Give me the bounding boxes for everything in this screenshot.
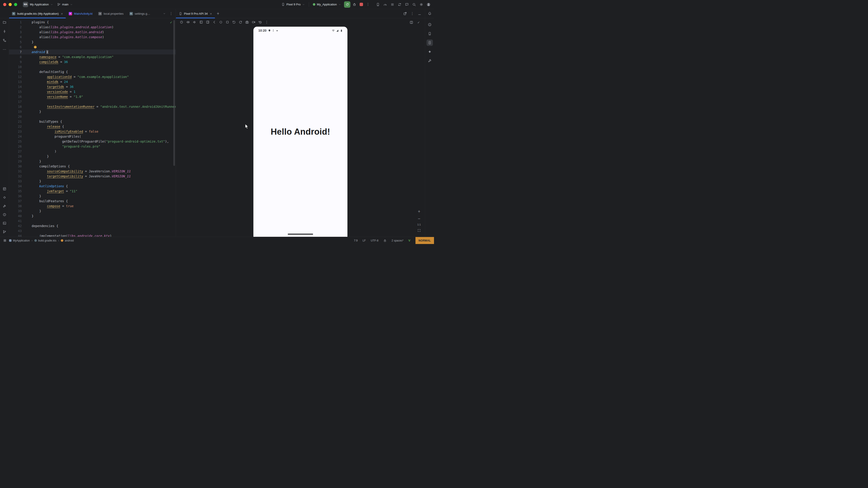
running-device-tab[interactable]: Pixel 9 Pro API 34 × xyxy=(176,9,215,18)
line-number[interactable]: 11 xyxy=(9,69,22,74)
lock-icon[interactable] xyxy=(383,239,386,242)
branch-widget[interactable]: main xyxy=(55,1,75,8)
back-button[interactable] xyxy=(211,19,217,25)
line-number[interactable]: 13 xyxy=(9,79,22,84)
line-number[interactable]: 22 xyxy=(9,124,22,129)
power-button[interactable] xyxy=(179,19,184,25)
line-number[interactable]: 34 xyxy=(9,184,22,189)
zoom-out-button[interactable]: − xyxy=(416,216,422,221)
fullscreen-window-button[interactable] xyxy=(14,3,17,6)
ideavim-icon[interactable]: V xyxy=(408,239,410,242)
line-number[interactable]: 7 xyxy=(9,50,22,55)
resource-manager-button[interactable] xyxy=(1,186,8,192)
editor-tab-mainactivity-kt[interactable]: KMainActivity.kt xyxy=(66,9,95,18)
build-button[interactable] xyxy=(1,203,8,209)
more-vertical-button[interactable]: ⋮ xyxy=(409,10,415,17)
breadcrumb-item-build-gradle-kts[interactable]: build.gradle.kts xyxy=(34,239,57,242)
line-number[interactable]: 1 xyxy=(9,20,22,25)
editor-options-button[interactable]: ⋮ xyxy=(168,10,174,17)
line-number[interactable]: 42 xyxy=(9,223,22,228)
line-number[interactable]: 6 xyxy=(9,44,22,50)
line-number[interactable]: 36 xyxy=(9,194,22,199)
line-number[interactable]: 35 xyxy=(9,189,22,194)
line-ending-indicator[interactable]: LF xyxy=(363,239,366,242)
minimize-window-button[interactable] xyxy=(8,3,12,6)
more-actions-button[interactable]: ⋮ xyxy=(365,1,371,8)
fold-right-button[interactable] xyxy=(205,19,211,25)
line-number[interactable]: 21 xyxy=(9,119,22,124)
editor-tab-build-gradle-kts-my-application[interactable]: Gbuild.gradle.kts (My Application)× xyxy=(9,9,66,18)
line-number[interactable]: 10 xyxy=(9,64,22,69)
line-number[interactable]: 32 xyxy=(9,174,22,179)
line-number[interactable]: 31 xyxy=(9,169,22,174)
line-number[interactable]: 18 xyxy=(9,104,22,109)
line-number[interactable]: 44 xyxy=(9,233,22,237)
debug-button[interactable] xyxy=(351,1,358,8)
caret-position[interactable]: 7:9 xyxy=(354,239,358,242)
line-number[interactable]: 15 xyxy=(9,89,22,94)
display-mode-button[interactable] xyxy=(408,19,414,26)
search-button[interactable] xyxy=(411,1,417,8)
vim-mode-badge[interactable]: NORMAL xyxy=(415,237,434,244)
line-number[interactable]: 43 xyxy=(9,228,22,233)
close-icon[interactable]: × xyxy=(61,12,63,15)
inspections-ok-icon[interactable]: ✓ xyxy=(170,21,173,24)
line-number[interactable]: 19 xyxy=(9,109,22,114)
line-number[interactable]: 30 xyxy=(9,164,22,169)
device-explorer-button[interactable] xyxy=(427,31,433,37)
rotate-right-button[interactable] xyxy=(238,19,243,25)
fold-left-button[interactable] xyxy=(198,19,204,25)
profiler-button[interactable] xyxy=(382,1,388,8)
screenshot-button[interactable] xyxy=(244,19,250,25)
snapshot-button[interactable] xyxy=(257,19,263,25)
breadcrumb-item-myapplication[interactable]: MyApplication xyxy=(9,239,30,242)
volume-down-button[interactable] xyxy=(192,19,197,25)
line-number[interactable]: 4 xyxy=(9,35,22,39)
line-number[interactable]: 17 xyxy=(9,99,22,104)
settings-button[interactable] xyxy=(418,1,425,8)
line-number[interactable]: 12 xyxy=(9,74,22,79)
zoom-reset-button[interactable]: 1:1 xyxy=(417,223,421,226)
line-number[interactable]: 33 xyxy=(9,179,22,184)
close-icon[interactable]: × xyxy=(210,12,212,15)
line-number[interactable]: 27 xyxy=(9,149,22,154)
hidden-tabs-button[interactable] xyxy=(161,10,167,17)
code-editor[interactable]: 1plugins {2 alias(libs.plugins.android.a… xyxy=(9,18,176,237)
commit-button[interactable] xyxy=(1,28,8,35)
line-number[interactable]: 39 xyxy=(9,208,22,214)
line-number[interactable]: 40 xyxy=(9,214,22,219)
line-number[interactable]: 25 xyxy=(9,139,22,144)
version-control-button[interactable] xyxy=(1,229,8,235)
indent-indicator[interactable]: 2 spaces* xyxy=(392,239,403,242)
more-horizontal-button[interactable]: ⋯ xyxy=(1,46,8,53)
gemini-button[interactable] xyxy=(427,48,433,55)
editor-tab-local-properties[interactable]: ≡local.properties xyxy=(95,9,126,18)
encoding-indicator[interactable]: UTF-8 xyxy=(371,239,378,242)
build-list-button[interactable] xyxy=(389,1,396,8)
device-manager-button[interactable] xyxy=(375,1,381,8)
line-number[interactable]: 38 xyxy=(9,203,22,208)
breadcrumb-item-android[interactable]: android xyxy=(61,239,74,242)
line-number[interactable]: 24 xyxy=(9,134,22,139)
notifications-button[interactable] xyxy=(427,10,433,17)
line-number[interactable]: 2 xyxy=(9,25,22,30)
services-button[interactable] xyxy=(1,194,8,201)
account-button[interactable] xyxy=(426,1,432,8)
line-number[interactable]: 8 xyxy=(9,55,22,59)
intention-bulb-icon[interactable] xyxy=(34,46,37,48)
line-number[interactable]: 23 xyxy=(9,129,22,134)
workspace-button[interactable] xyxy=(2,238,7,243)
device-screen[interactable]: 10:20 Hello Android! xyxy=(253,27,347,237)
stop-button[interactable] xyxy=(358,1,364,8)
assistant-button[interactable] xyxy=(427,58,433,64)
screen-record-button[interactable] xyxy=(251,19,256,25)
problems-button[interactable] xyxy=(1,212,8,218)
line-number[interactable]: 9 xyxy=(9,59,22,64)
sync-button[interactable] xyxy=(397,1,403,8)
project-button[interactable] xyxy=(1,19,8,26)
overview-button[interactable] xyxy=(224,19,230,25)
ai-chat-button[interactable] xyxy=(404,1,410,8)
project-widget[interactable]: MA My Application xyxy=(21,1,55,8)
close-window-button[interactable] xyxy=(3,3,6,6)
terminal-button[interactable] xyxy=(1,220,8,226)
